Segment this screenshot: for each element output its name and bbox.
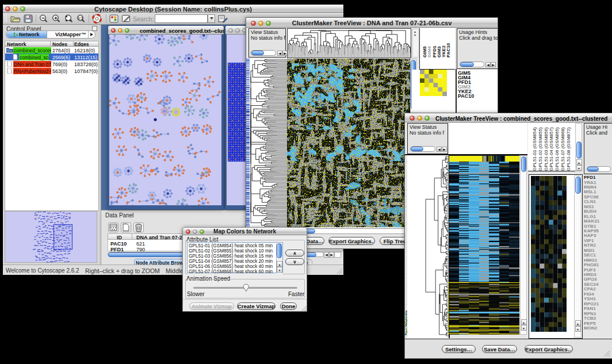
svg-text:1:1: 1:1 (78, 16, 83, 20)
